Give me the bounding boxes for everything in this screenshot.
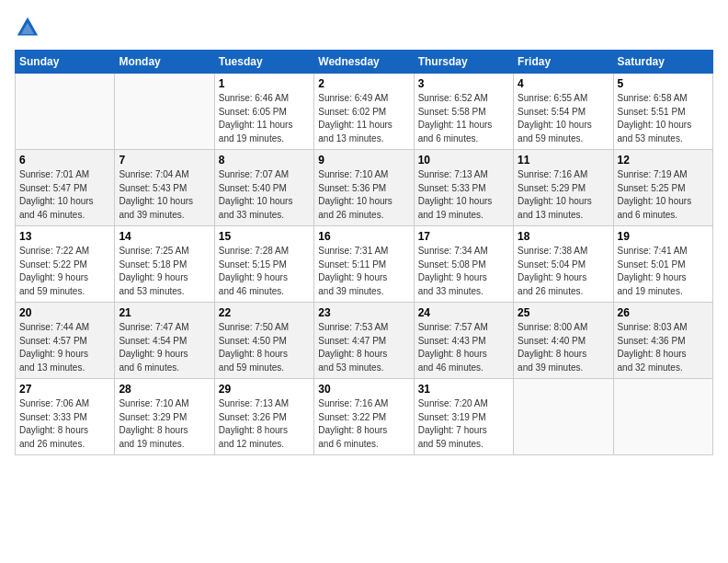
day-info: Sunrise: 6:52 AMSunset: 5:58 PMDaylight:… [418, 92, 509, 145]
logo-icon [15, 15, 40, 40]
day-info: Sunrise: 7:50 AMSunset: 4:50 PMDaylight:… [219, 321, 310, 374]
day-info: Sunrise: 7:38 AMSunset: 5:04 PMDaylight:… [518, 245, 609, 298]
weekday-header: Tuesday [214, 51, 313, 74]
calendar-cell: 17Sunrise: 7:34 AMSunset: 5:08 PMDayligh… [414, 226, 513, 303]
day-number: 6 [19, 154, 110, 167]
day-number: 26 [618, 306, 709, 319]
calendar-week-row: 27Sunrise: 7:06 AMSunset: 3:33 PMDayligh… [16, 379, 713, 455]
calendar-week-row: 1Sunrise: 6:46 AMSunset: 6:05 PMDaylight… [16, 74, 713, 150]
day-number: 22 [219, 306, 310, 319]
weekday-header-row: SundayMondayTuesdayWednesdayThursdayFrid… [16, 51, 713, 74]
calendar-cell [16, 74, 115, 150]
day-number: 5 [618, 77, 709, 90]
day-number: 21 [119, 306, 210, 319]
calendar-cell: 11Sunrise: 7:16 AMSunset: 5:29 PMDayligh… [514, 150, 613, 226]
day-info: Sunrise: 7:13 AMSunset: 3:26 PMDaylight:… [219, 397, 310, 451]
calendar-week-row: 6Sunrise: 7:01 AMSunset: 5:47 PMDaylight… [16, 150, 713, 226]
calendar-week-row: 13Sunrise: 7:22 AMSunset: 5:22 PMDayligh… [16, 226, 713, 303]
day-info: Sunrise: 7:20 AMSunset: 3:19 PMDaylight:… [418, 397, 509, 451]
day-number: 2 [318, 77, 409, 90]
weekday-header: Friday [514, 51, 613, 74]
weekday-header: Sunday [16, 51, 115, 74]
day-number: 28 [119, 383, 210, 396]
day-info: Sunrise: 7:06 AMSunset: 3:33 PMDaylight:… [19, 397, 110, 451]
calendar-table: SundayMondayTuesdayWednesdayThursdayFrid… [15, 50, 713, 455]
day-info: Sunrise: 6:49 AMSunset: 6:02 PMDaylight:… [318, 92, 409, 145]
calendar-cell: 23Sunrise: 7:53 AMSunset: 4:47 PMDayligh… [314, 303, 414, 379]
day-info: Sunrise: 7:16 AMSunset: 3:22 PMDaylight:… [318, 397, 409, 451]
day-info: Sunrise: 8:03 AMSunset: 4:36 PMDaylight:… [618, 321, 709, 374]
day-number: 16 [318, 230, 409, 243]
calendar-cell [613, 379, 712, 455]
calendar-cell [115, 74, 214, 150]
weekday-header: Thursday [414, 51, 513, 74]
calendar-cell: 8Sunrise: 7:07 AMSunset: 5:40 PMDaylight… [214, 150, 313, 226]
calendar-week-row: 20Sunrise: 7:44 AMSunset: 4:57 PMDayligh… [16, 303, 713, 379]
day-info: Sunrise: 7:53 AMSunset: 4:47 PMDaylight:… [318, 321, 409, 374]
day-info: Sunrise: 7:28 AMSunset: 5:15 PMDaylight:… [219, 245, 310, 298]
day-number: 19 [618, 230, 709, 243]
day-number: 24 [418, 306, 509, 319]
day-info: Sunrise: 7:57 AMSunset: 4:43 PMDaylight:… [418, 321, 509, 374]
page-header [15, 15, 713, 40]
calendar-cell: 5Sunrise: 6:58 AMSunset: 5:51 PMDaylight… [613, 74, 712, 150]
day-number: 12 [618, 154, 709, 167]
calendar-cell: 4Sunrise: 6:55 AMSunset: 5:54 PMDaylight… [514, 74, 613, 150]
calendar-cell: 12Sunrise: 7:19 AMSunset: 5:25 PMDayligh… [613, 150, 712, 226]
day-info: Sunrise: 7:44 AMSunset: 4:57 PMDaylight:… [19, 321, 110, 374]
day-number: 9 [318, 154, 409, 167]
day-number: 13 [19, 230, 110, 243]
day-info: Sunrise: 7:41 AMSunset: 5:01 PMDaylight:… [618, 245, 709, 298]
weekday-header: Monday [115, 51, 214, 74]
calendar-cell: 14Sunrise: 7:25 AMSunset: 5:18 PMDayligh… [115, 226, 214, 303]
calendar-cell: 25Sunrise: 8:00 AMSunset: 4:40 PMDayligh… [514, 303, 613, 379]
day-info: Sunrise: 7:04 AMSunset: 5:43 PMDaylight:… [119, 168, 210, 222]
calendar-cell: 15Sunrise: 7:28 AMSunset: 5:15 PMDayligh… [214, 226, 313, 303]
calendar-cell: 1Sunrise: 6:46 AMSunset: 6:05 PMDaylight… [214, 74, 313, 150]
day-number: 31 [418, 383, 509, 396]
calendar-cell: 30Sunrise: 7:16 AMSunset: 3:22 PMDayligh… [314, 379, 414, 455]
logo [15, 15, 44, 40]
day-info: Sunrise: 7:13 AMSunset: 5:33 PMDaylight:… [418, 168, 509, 222]
calendar-cell: 29Sunrise: 7:13 AMSunset: 3:26 PMDayligh… [214, 379, 313, 455]
calendar-cell: 9Sunrise: 7:10 AMSunset: 5:36 PMDaylight… [314, 150, 414, 226]
day-info: Sunrise: 7:16 AMSunset: 5:29 PMDaylight:… [518, 168, 609, 222]
day-number: 27 [19, 383, 110, 396]
calendar-cell: 18Sunrise: 7:38 AMSunset: 5:04 PMDayligh… [514, 226, 613, 303]
day-info: Sunrise: 7:31 AMSunset: 5:11 PMDaylight:… [318, 245, 409, 298]
day-number: 8 [219, 154, 310, 167]
day-info: Sunrise: 7:19 AMSunset: 5:25 PMDaylight:… [618, 168, 709, 222]
day-number: 1 [219, 77, 310, 90]
calendar-cell: 28Sunrise: 7:10 AMSunset: 3:29 PMDayligh… [115, 379, 214, 455]
calendar-cell: 7Sunrise: 7:04 AMSunset: 5:43 PMDaylight… [115, 150, 214, 226]
day-info: Sunrise: 7:34 AMSunset: 5:08 PMDaylight:… [418, 245, 509, 298]
calendar-cell: 20Sunrise: 7:44 AMSunset: 4:57 PMDayligh… [16, 303, 115, 379]
day-number: 3 [418, 77, 509, 90]
day-number: 7 [119, 154, 210, 167]
day-number: 17 [418, 230, 509, 243]
day-info: Sunrise: 7:10 AMSunset: 5:36 PMDaylight:… [318, 168, 409, 222]
weekday-header: Wednesday [314, 51, 414, 74]
day-info: Sunrise: 7:01 AMSunset: 5:47 PMDaylight:… [19, 168, 110, 222]
day-info: Sunrise: 7:10 AMSunset: 3:29 PMDaylight:… [119, 397, 210, 451]
calendar-cell: 27Sunrise: 7:06 AMSunset: 3:33 PMDayligh… [16, 379, 115, 455]
day-info: Sunrise: 7:22 AMSunset: 5:22 PMDaylight:… [19, 245, 110, 298]
calendar-cell: 19Sunrise: 7:41 AMSunset: 5:01 PMDayligh… [613, 226, 712, 303]
calendar-cell: 31Sunrise: 7:20 AMSunset: 3:19 PMDayligh… [414, 379, 513, 455]
day-number: 30 [318, 383, 409, 396]
weekday-header: Saturday [613, 51, 712, 74]
day-number: 4 [518, 77, 609, 90]
day-info: Sunrise: 6:46 AMSunset: 6:05 PMDaylight:… [219, 92, 310, 145]
day-info: Sunrise: 7:47 AMSunset: 4:54 PMDaylight:… [119, 321, 210, 374]
day-info: Sunrise: 6:58 AMSunset: 5:51 PMDaylight:… [618, 92, 709, 145]
day-number: 10 [418, 154, 509, 167]
day-number: 29 [219, 383, 310, 396]
day-info: Sunrise: 7:07 AMSunset: 5:40 PMDaylight:… [219, 168, 310, 222]
day-number: 11 [518, 154, 609, 167]
calendar-cell: 2Sunrise: 6:49 AMSunset: 6:02 PMDaylight… [314, 74, 414, 150]
calendar-cell: 21Sunrise: 7:47 AMSunset: 4:54 PMDayligh… [115, 303, 214, 379]
calendar-cell: 13Sunrise: 7:22 AMSunset: 5:22 PMDayligh… [16, 226, 115, 303]
day-number: 15 [219, 230, 310, 243]
calendar-cell: 10Sunrise: 7:13 AMSunset: 5:33 PMDayligh… [414, 150, 513, 226]
calendar-cell: 3Sunrise: 6:52 AMSunset: 5:58 PMDaylight… [414, 74, 513, 150]
